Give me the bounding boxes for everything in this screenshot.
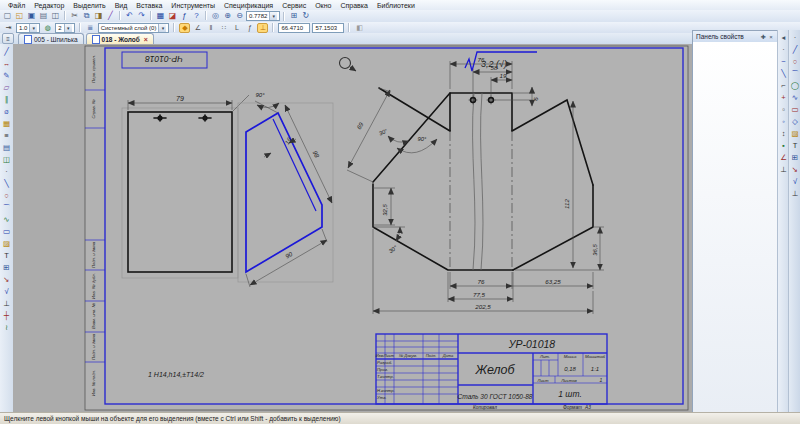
- rect-tool-icon[interactable]: ▭: [1, 226, 12, 237]
- copy-icon[interactable]: ⧉: [81, 11, 92, 21]
- new-document-icon[interactable]: ▢: [2, 11, 13, 21]
- local-csys-icon[interactable]: L: [231, 23, 242, 33]
- close-icon[interactable]: ×: [767, 34, 775, 40]
- menu-item[interactable]: Справка: [336, 2, 371, 9]
- snap-settings-icon[interactable]: ◆: [179, 23, 190, 33]
- table-tool-icon[interactable]: ⊞: [1, 262, 12, 273]
- point-tool-icon[interactable]: ·: [1, 166, 12, 177]
- coordinate-x-field[interactable]: 66.4710: [278, 23, 310, 33]
- edit-tools-icon[interactable]: ▱: [1, 82, 12, 93]
- polygon-draw-icon[interactable]: ◇: [790, 116, 800, 127]
- roughness-tool-icon[interactable]: √: [1, 286, 12, 297]
- chevron-down-icon[interactable]: ▾: [64, 24, 72, 32]
- menu-item[interactable]: Инструменты: [167, 2, 219, 9]
- print-preview-icon[interactable]: ◫: [50, 11, 61, 21]
- ortho-drawing-icon[interactable]: ⊥: [257, 23, 268, 33]
- hatch-tool-icon[interactable]: ▨: [1, 238, 12, 249]
- tab-label: 005 - Шпилька: [34, 36, 78, 43]
- text-tool-icon[interactable]: T: [1, 250, 12, 261]
- context-help-icon[interactable]: ?: [191, 11, 202, 21]
- table-draw-icon[interactable]: ⊞: [790, 152, 800, 163]
- menu-item[interactable]: Файл: [4, 2, 29, 9]
- datum-draw-icon[interactable]: ⊥: [790, 188, 800, 199]
- selection-icon[interactable]: ▦: [1, 118, 12, 129]
- drawing-canvas[interactable]: Перв. примен. Справ. № Подп. и дата Инв.…: [13, 44, 692, 413]
- round-off-icon[interactable]: ◧: [354, 23, 365, 33]
- coordinate-y-field[interactable]: 57.1503: [312, 23, 344, 33]
- current-layer-combo[interactable]: Системный слой (0)▾: [98, 23, 170, 33]
- zoom-in-icon[interactable]: ⊕: [222, 11, 233, 21]
- chevron-down-icon[interactable]: ▾: [158, 24, 166, 32]
- arc-draw-icon[interactable]: ⌒: [790, 68, 800, 79]
- ortho-icon[interactable]: ‖: [205, 23, 216, 33]
- spline-tool-icon[interactable]: ∿: [1, 214, 12, 225]
- text-draw-icon[interactable]: T: [790, 140, 800, 151]
- measure-icon[interactable]: ⌀: [1, 106, 12, 117]
- menu-item[interactable]: Вид: [111, 2, 132, 9]
- pin-icon[interactable]: ✚: [759, 33, 767, 40]
- copy-properties-icon[interactable]: ╱: [105, 11, 116, 21]
- specification-icon[interactable]: ≡: [1, 130, 12, 141]
- menu-item[interactable]: Библиотеки: [373, 2, 419, 9]
- tab-document-005[interactable]: 005 - Шпилька: [18, 33, 84, 44]
- menu-item[interactable]: Сервис: [278, 2, 310, 9]
- zoom-out-icon[interactable]: ⊖: [234, 11, 245, 21]
- menu-item[interactable]: Вставка: [132, 2, 166, 9]
- cursor-step-icon[interactable]: ⇥: [3, 23, 14, 33]
- margin-label: Справ. №: [91, 99, 96, 118]
- chevron-down-icon[interactable]: ▾: [269, 12, 277, 20]
- angle-snap-icon[interactable]: ∠: [192, 23, 203, 33]
- menu-item[interactable]: Спецификация: [220, 2, 277, 9]
- leader-draw-icon[interactable]: ↘: [790, 164, 800, 175]
- tab-document-018[interactable]: 018 - Жолоб ×: [86, 33, 154, 44]
- snap-globe-icon[interactable]: ◍: [42, 23, 53, 33]
- break-tool-icon[interactable]: ≀: [1, 322, 12, 333]
- line-tool-icon[interactable]: ╲: [1, 178, 12, 189]
- grid-icon[interactable]: ∷: [218, 23, 229, 33]
- dimensions-tools-icon[interactable]: ↔: [1, 58, 12, 69]
- hatch-draw-icon[interactable]: ▨: [790, 128, 800, 139]
- datum-tool-icon[interactable]: ⊥: [1, 298, 12, 309]
- variables-icon[interactable]: ▦: [155, 11, 166, 21]
- geometry-calc-icon[interactable]: ƒ: [244, 23, 255, 33]
- save-icon[interactable]: ▣: [26, 11, 37, 21]
- cut-icon[interactable]: ✂: [69, 11, 80, 21]
- circle-tool-icon[interactable]: ○: [1, 190, 12, 201]
- roughness-draw-icon[interactable]: √: [790, 176, 800, 187]
- circle-draw-icon[interactable]: ○: [790, 56, 800, 67]
- open-document-icon[interactable]: ◱: [14, 11, 25, 21]
- paste-icon[interactable]: ◨: [93, 11, 104, 21]
- spline-draw-icon[interactable]: ∿: [790, 92, 800, 103]
- document-list-button[interactable]: ≡: [2, 33, 14, 44]
- close-tab-icon[interactable]: ×: [144, 36, 148, 43]
- fx-icon[interactable]: ƒ: [179, 11, 190, 21]
- library-manager-icon[interactable]: ◪: [167, 11, 178, 21]
- cursor-step-combo[interactable]: 1.0▾: [16, 23, 40, 33]
- fit-page-icon[interactable]: ⊞: [288, 11, 299, 21]
- drawing-sheet-svg[interactable]: Перв. примен. Справ. № Подп. и дата Инв.…: [13, 44, 692, 413]
- designations-icon[interactable]: ✎: [1, 70, 12, 81]
- zoom-all-icon[interactable]: ◎: [210, 11, 221, 21]
- zoom-scale-combo[interactable]: 0.7782 ▾: [246, 11, 280, 21]
- geometry-tools-icon[interactable]: ╱: [1, 46, 12, 57]
- arc-tool-icon[interactable]: ⌒: [1, 202, 12, 213]
- print-icon[interactable]: ▤: [38, 11, 49, 21]
- parametrize-icon[interactable]: ∥: [1, 94, 12, 105]
- rect-draw-icon[interactable]: ▭: [790, 104, 800, 115]
- layers-icon[interactable]: ≣: [85, 23, 96, 33]
- insert-view-icon[interactable]: ◫: [1, 154, 12, 165]
- point-draw-icon[interactable]: ·: [790, 32, 800, 43]
- refresh-view-icon[interactable]: ↻: [300, 11, 311, 21]
- chevron-down-icon[interactable]: ▾: [29, 24, 37, 32]
- undo-icon[interactable]: ↶: [124, 11, 135, 21]
- axis-tool-icon[interactable]: ┼: [1, 310, 12, 321]
- line-draw-icon[interactable]: ╱: [790, 44, 800, 55]
- ellipse-draw-icon[interactable]: ◯: [790, 80, 800, 91]
- menu-item[interactable]: Редактор: [30, 2, 68, 9]
- precision-combo[interactable]: 2▾: [55, 23, 74, 33]
- leader-tool-icon[interactable]: ↘: [1, 274, 12, 285]
- reports-icon[interactable]: ▤: [1, 142, 12, 153]
- menu-item[interactable]: Окно: [311, 2, 335, 9]
- redo-icon[interactable]: ↷: [136, 11, 147, 21]
- menu-item[interactable]: Выделить: [69, 2, 109, 9]
